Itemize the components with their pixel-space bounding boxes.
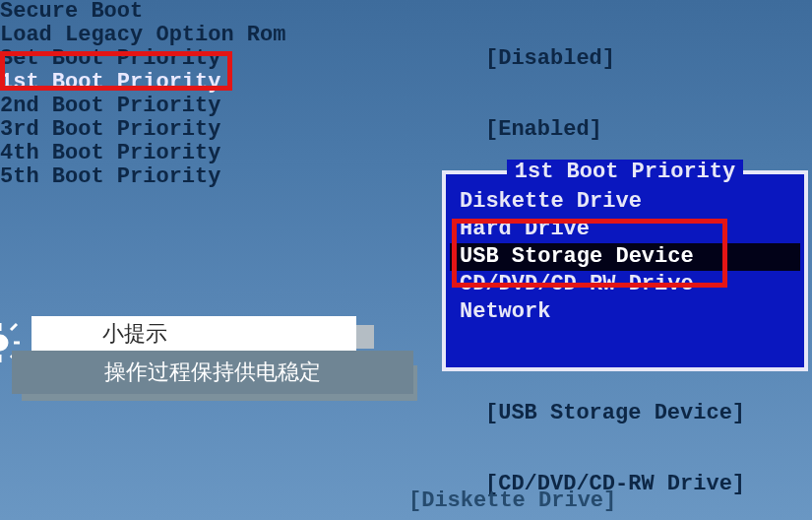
tip-header: 小提示	[31, 316, 356, 351]
boot-priority-popup: 1st Boot Priority Diskette Drive Hard Dr…	[442, 170, 808, 371]
left-row-set-boot-priority: Set Boot Priority	[0, 47, 433, 71]
left-row-2nd-boot-priority[interactable]: 2nd Boot Priority	[0, 95, 433, 118]
tip-shadow-small	[356, 325, 374, 349]
tip-overlay: 小提示 操作过程保持供电稳定	[0, 313, 423, 400]
bios-left-column: Secure Boot Load Legacy Option Rom Set B…	[0, 0, 433, 189]
right-row-3rd-val: [USB Storage Device]	[485, 402, 745, 425]
popup-option-network[interactable]: Network	[446, 298, 804, 326]
left-row-5th-boot-priority[interactable]: 5th Boot Priority	[0, 165, 433, 189]
left-row-3rd-boot-priority[interactable]: 3rd Boot Priority	[0, 118, 433, 142]
popup-option-cddvd[interactable]: CD/DVD/CD-RW Drive	[446, 271, 804, 298]
left-row-4th-boot-priority[interactable]: 4th Boot Priority	[0, 142, 433, 165]
popup-option-hard-drive[interactable]: Hard Drive	[446, 216, 804, 243]
footer-diskette-drive: [Diskette Drive]	[408, 488, 616, 513]
popup-option-usb-storage[interactable]: USB Storage Device	[450, 243, 800, 271]
left-row-1st-boot-priority[interactable]: 1st Boot Priority	[0, 71, 433, 95]
popup-title: 1st Boot Priority	[446, 159, 804, 186]
right-row-load-legacy-val: [Enabled]	[485, 118, 745, 142]
tip-body: 操作过程保持供电稳定	[12, 351, 413, 394]
right-row-secure-boot-val: [Disabled]	[485, 47, 745, 71]
popup-option-diskette[interactable]: Diskette Drive	[446, 188, 804, 216]
left-row-secure-boot: Secure Boot	[0, 0, 433, 24]
left-row-load-legacy: Load Legacy Option Rom	[0, 24, 433, 47]
